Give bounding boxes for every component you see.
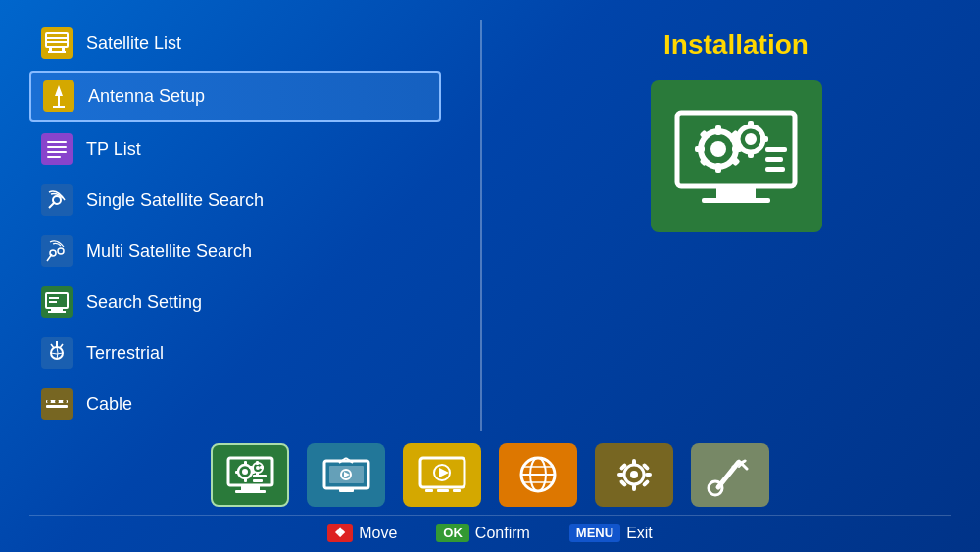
svg-rect-19 (49, 297, 59, 299)
svg-rect-0 (46, 33, 68, 47)
svg-rect-59 (235, 471, 239, 474)
menu-item-terrestrial[interactable]: Terrestrial (29, 329, 441, 376)
satellite-list-label: Satellite List (86, 33, 181, 54)
svg-rect-58 (244, 478, 247, 482)
svg-rect-47 (730, 136, 738, 142)
menu-item-tp-list[interactable]: TP List (29, 125, 441, 173)
svg-point-62 (256, 466, 260, 470)
svg-rect-3 (49, 47, 52, 51)
bottom-icons-bar (29, 431, 951, 515)
svg-rect-31 (716, 186, 756, 198)
bottom-internet-icon[interactable] (499, 443, 577, 507)
footer-bar: ❖ Move OK Confirm MENU Exit (29, 515, 951, 546)
move-label: Move (359, 525, 397, 542)
svg-marker-6 (55, 85, 63, 96)
menu-panel: Satellite List Antenna Setup (29, 20, 441, 431)
svg-rect-2 (46, 41, 68, 43)
svg-line-23 (51, 344, 54, 348)
cable-label: Cable (86, 394, 132, 415)
svg-point-88 (630, 471, 638, 478)
svg-rect-10 (47, 146, 67, 148)
svg-rect-70 (339, 488, 354, 492)
terrestrial-label: Terrestrial (86, 343, 164, 364)
svg-rect-49 (765, 147, 787, 152)
installation-title: Installation (663, 29, 808, 61)
footer-confirm: OK Confirm (436, 524, 530, 542)
svg-rect-11 (47, 151, 67, 153)
bottom-tools-icon[interactable] (691, 443, 769, 507)
exit-label: Exit (626, 525, 653, 542)
svg-rect-12 (47, 156, 61, 158)
search-setting-icon (41, 286, 73, 318)
svg-rect-92 (645, 473, 652, 477)
svg-rect-90 (632, 484, 636, 491)
antenna-setup-icon (43, 80, 74, 112)
svg-rect-32 (702, 198, 770, 203)
multi-satellite-label: Multi Satellite Search (86, 241, 252, 262)
svg-point-28 (55, 400, 59, 404)
satellite-list-icon (41, 27, 73, 59)
svg-rect-46 (748, 150, 754, 158)
installation-icon (651, 80, 822, 232)
svg-rect-51 (765, 167, 785, 172)
svg-rect-36 (715, 163, 721, 173)
confirm-badge: OK (436, 524, 469, 542)
tp-list-label: TP List (86, 139, 141, 160)
svg-rect-91 (617, 473, 624, 477)
svg-rect-65 (249, 466, 253, 469)
menu-item-multi-satellite[interactable]: Multi Satellite Search (29, 227, 441, 275)
svg-point-34 (710, 141, 726, 157)
single-satellite-label: Single Satellite Search (86, 190, 264, 211)
menu-item-satellite-list[interactable]: Satellite List (29, 20, 441, 67)
svg-point-44 (745, 133, 757, 145)
search-setting-label: Search Setting (86, 292, 202, 313)
svg-rect-66 (260, 466, 264, 469)
bottom-media-icon[interactable] (403, 443, 481, 507)
svg-rect-45 (748, 121, 754, 128)
footer-exit: MENU Exit (569, 524, 653, 542)
cable-icon (41, 388, 73, 420)
svg-rect-50 (765, 157, 783, 162)
svg-rect-37 (695, 146, 705, 152)
menu-item-search-setting[interactable]: Search Setting (29, 278, 441, 326)
terrestrial-icon (41, 337, 73, 369)
svg-rect-26 (46, 405, 68, 408)
divider (480, 20, 482, 431)
confirm-label: Confirm (475, 525, 530, 542)
svg-rect-79 (425, 489, 433, 492)
svg-rect-1 (46, 37, 68, 39)
svg-point-29 (63, 400, 67, 404)
menu-item-cable[interactable]: Cable (29, 380, 441, 427)
menu-badge: MENU (569, 524, 620, 542)
bottom-tv-icon[interactable] (307, 443, 385, 507)
svg-rect-9 (47, 141, 67, 143)
single-satellite-icon (41, 184, 73, 216)
svg-rect-54 (235, 490, 266, 493)
menu-item-antenna-setup[interactable]: Antenna Setup (29, 71, 441, 122)
svg-rect-57 (244, 461, 247, 465)
menu-item-single-satellite[interactable]: Single Satellite Search (29, 176, 441, 224)
svg-point-56 (242, 469, 248, 475)
footer-move: ❖ Move (327, 524, 397, 542)
svg-rect-48 (760, 136, 768, 142)
bottom-install-icon[interactable] (211, 443, 289, 507)
svg-rect-18 (48, 311, 66, 313)
svg-point-15 (58, 248, 64, 254)
main-container: Satellite List Antenna Setup (0, 0, 980, 552)
svg-point-27 (47, 400, 51, 404)
svg-rect-89 (632, 459, 636, 466)
tp-list-icon (41, 133, 73, 165)
svg-rect-5 (48, 51, 66, 53)
svg-rect-68 (253, 479, 263, 482)
right-panel: Installation (521, 20, 951, 431)
move-badge: ❖ (327, 524, 353, 542)
svg-line-24 (60, 344, 63, 348)
svg-rect-4 (62, 47, 65, 51)
content-area: Satellite List Antenna Setup (29, 20, 951, 431)
svg-rect-53 (241, 485, 260, 490)
svg-rect-67 (253, 475, 267, 477)
svg-rect-16 (46, 293, 68, 308)
svg-rect-52 (228, 458, 272, 485)
svg-marker-78 (439, 468, 449, 477)
bottom-settings-icon[interactable] (595, 443, 673, 507)
